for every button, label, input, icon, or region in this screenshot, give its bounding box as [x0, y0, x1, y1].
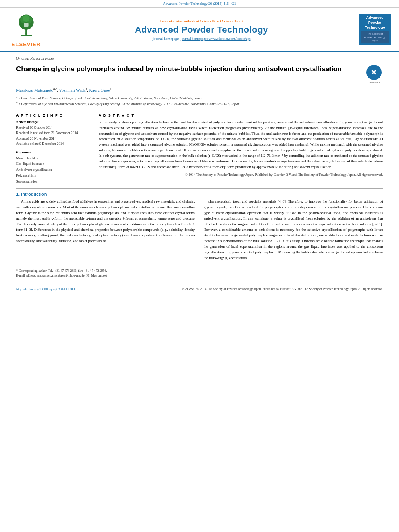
introduction-heading: 1. Introduction: [16, 192, 383, 197]
journal-logo-box: AdvancedPowderTechnology The Society ofP…: [359, 14, 391, 45]
intro-para-2: pharmaceutical, food, and specialty mate…: [204, 199, 383, 261]
article-type-label: Original Research Paper: [16, 56, 383, 62]
author-3-sup: b: [110, 87, 111, 90]
intro-col-left: Amino acids are widely utilised as food …: [16, 199, 195, 263]
elsevier-emblem-icon: [14, 12, 38, 40]
sciencedirect-text: Contents lists available at ScienceDirec…: [44, 19, 359, 23]
footnote-corresponding: * Corresponding author. Tel.: +81 47 474…: [16, 269, 383, 273]
keywords-section: Keywords: Minute-bubbles Gas–liquid inte…: [16, 150, 90, 184]
journal-reference-bar: Advanced Powder Technology 26 (2015) 415…: [0, 0, 399, 8]
author-2-sup: b: [86, 87, 87, 90]
crossmark-badge[interactable]: ✕ CrossMark: [365, 65, 383, 84]
logo-box-title: AdvancedPowderTechnology: [361, 16, 389, 30]
affil-1: a a Department of Basic Science, College…: [16, 95, 383, 101]
svg-rect-1: [21, 35, 32, 36]
revised-date: Received in revised form 21 November 201…: [16, 130, 90, 136]
keyword-1: Minute-bubbles: [16, 155, 90, 161]
homepage-label: journal homepage:: [153, 37, 181, 41]
introduction-text: Amino acids are widely utilised as food …: [16, 199, 383, 263]
keyword-2: Gas–liquid interface: [16, 161, 90, 166]
homepage-url[interactable]: journal homepage: www.elsevier.com/locat…: [181, 37, 250, 41]
keyword-5: Supersaturation: [16, 179, 90, 184]
abstract-text: In this study, to develop a crystallisat…: [99, 120, 383, 170]
article-title-section: Change in glycine polymorphs induced by …: [16, 65, 383, 84]
available-online-date: Available online 9 December 2014: [16, 141, 90, 147]
received-date: Received 10 October 2014: [16, 125, 90, 131]
author-1-sup: a,*: [53, 87, 57, 90]
footnotes: * Corresponding author. Tel.: +81 47 474…: [16, 267, 383, 278]
svg-rect-6: [24, 23, 28, 27]
article-history: Article history: Received 10 October 201…: [16, 120, 90, 147]
abstract-col: A B S T R A C T In this study, to develo…: [99, 111, 383, 185]
svg-point-5: [23, 15, 30, 22]
abstract-heading: A B S T R A C T: [99, 113, 383, 117]
footnote-email: E-mail address: matsumoto.masakazu@nihon…: [16, 273, 383, 278]
article-body: Original Research Paper Change in glycin…: [0, 52, 399, 282]
history-title: Article history:: [16, 120, 90, 124]
sciencedirect-brand: ScienceDirect: [222, 19, 243, 23]
issn-copyright: 0921-8831/© 2014 The Society of Powder T…: [182, 287, 383, 291]
article-info-abstract: A R T I C L E I N F O Article history: R…: [16, 111, 383, 185]
abstract-copyright: © 2014 The Society of Powder Technology …: [99, 173, 383, 177]
accepted-date: Accepted 26 November 2014: [16, 136, 90, 142]
author-3[interactable]: Kaoru Onoe: [89, 88, 110, 92]
article-info-heading: A R T I C L E I N F O: [16, 113, 90, 117]
journal-header: ELSEVIER Contents lists available at Sci…: [0, 8, 399, 52]
article-title: Change in glycine polymorphs induced by …: [16, 65, 365, 74]
introduction-section: 1. Introduction Amino acids are widely u…: [16, 188, 383, 263]
affiliations: a a Department of Basic Science, College…: [16, 95, 383, 107]
journal-title: Advanced Powder Technology: [44, 25, 359, 35]
authors-line: Masakazu Matsumotoa,*, Yoshinari Wadab, …: [16, 87, 383, 92]
affil-2: b b Department of Life and Environmental…: [16, 101, 383, 107]
keywords-title: Keywords:: [16, 150, 90, 154]
keyword-4: Polymorphism: [16, 173, 90, 178]
intro-col-right: pharmaceutical, food, and specialty mate…: [204, 199, 383, 263]
journal-homepage: journal homepage: journal homepage: www.…: [44, 37, 359, 41]
crossmark-label: CrossMark: [365, 81, 383, 84]
intro-para-1: Amino acids are widely utilised as food …: [16, 199, 195, 244]
journal-volume-ref: Advanced Powder Technology 26 (2015) 415…: [163, 2, 236, 6]
journal-center-header: Contents lists available at ScienceDirec…: [44, 19, 359, 41]
article-info-col: A R T I C L E I N F O Article history: R…: [16, 111, 90, 185]
keyword-3: Antisolvent crystallisation: [16, 167, 90, 173]
bottom-bar: http://dx.doi.org/10.1016/j.apt.2014.11.…: [0, 285, 399, 293]
crossmark-icon: ✕: [366, 65, 382, 80]
elsevier-logo: ELSEVIER: [8, 12, 44, 47]
doi-link[interactable]: http://dx.doi.org/10.1016/j.apt.2014.11.…: [16, 287, 75, 291]
elsevier-brand-text: ELSEVIER: [12, 41, 41, 47]
svg-point-7: [26, 33, 27, 34]
author-1[interactable]: Masakazu Matsumoto: [16, 88, 53, 92]
author-2[interactable]: Yoshinari Wada: [59, 88, 85, 92]
